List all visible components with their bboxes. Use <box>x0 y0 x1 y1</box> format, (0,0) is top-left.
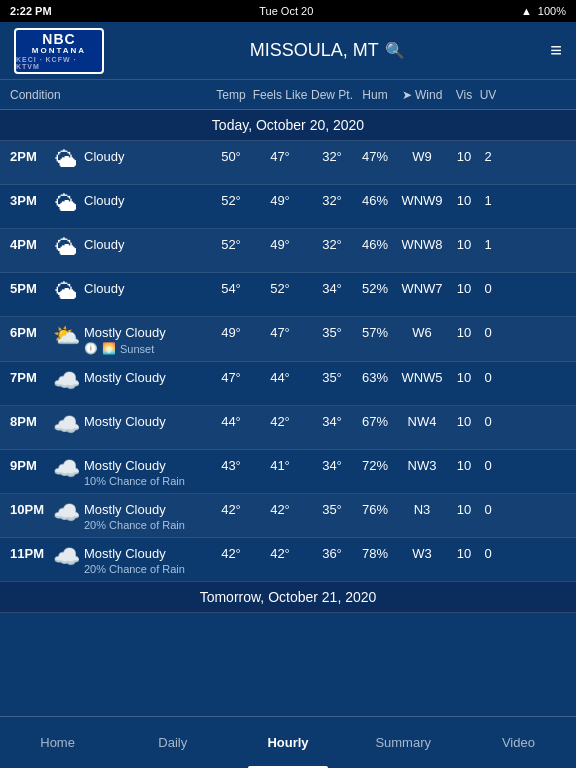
wind-arrow-icon: ➤ <box>402 88 415 102</box>
rain-chance: 20% Chance of Rain <box>84 519 210 531</box>
uv-value: 2 <box>478 147 498 164</box>
bottom-nav: Home Daily Hourly Summary Video <box>0 716 576 768</box>
nav-daily[interactable]: Daily <box>115 717 230 768</box>
condition-label: Mostly Cloudy <box>84 412 210 429</box>
table-row: 8PM ☁️ Mostly Cloudy 44° 42° 34° 67% NW4… <box>0 406 576 450</box>
col-header-wind: ➤ Wind <box>394 88 450 102</box>
feels-like-value: 47° <box>252 323 308 340</box>
condition-wrap: Cloudy <box>84 191 210 208</box>
nav-home[interactable]: Home <box>0 717 115 768</box>
temp-value: 47° <box>210 368 252 385</box>
condition-label: Mostly Cloudy <box>84 456 210 473</box>
temp-value: 44° <box>210 412 252 429</box>
wind-value: WNW5 <box>394 368 450 385</box>
temp-value: 49° <box>210 323 252 340</box>
weather-icon: ☁️ <box>48 368 84 394</box>
row-time: 7PM <box>10 368 48 385</box>
col-header-uv: UV <box>478 88 498 102</box>
weather-icon: ☁️ <box>48 544 84 570</box>
table-row: 7PM ☁️ Mostly Cloudy 47° 44° 35° 63% WNW… <box>0 362 576 406</box>
humidity-value: 46% <box>356 191 394 208</box>
weather-icon: ⛅ <box>48 323 84 349</box>
sunset-info: 🕕 🌅 Sunset <box>84 342 210 355</box>
feels-like-value: 42° <box>252 544 308 561</box>
temp-value: 54° <box>210 279 252 296</box>
status-indicators: ▲ 100% <box>521 5 566 17</box>
sunset-icon: 🌅 <box>102 342 116 355</box>
temp-value: 42° <box>210 500 252 517</box>
dew-point-value: 34° <box>308 412 356 429</box>
content-area: Today, October 20, 2020 2PM 🌥 Cloudy 50°… <box>0 110 576 716</box>
rain-chance: 20% Chance of Rain <box>84 563 210 575</box>
uv-value: 0 <box>478 544 498 561</box>
dew-point-value: 32° <box>308 147 356 164</box>
condition-label: Mostly Cloudy <box>84 368 210 385</box>
condition-wrap: Mostly Cloudy 20% Chance of Rain <box>84 544 210 575</box>
temp-value: 50° <box>210 147 252 164</box>
nav-hourly[interactable]: Hourly <box>230 717 345 768</box>
humidity-value: 57% <box>356 323 394 340</box>
humidity-value: 78% <box>356 544 394 561</box>
weather-icon: ☁️ <box>48 456 84 482</box>
wind-value: N3 <box>394 500 450 517</box>
condition-label: Cloudy <box>84 279 210 296</box>
wind-value: WNW9 <box>394 191 450 208</box>
condition-wrap: Cloudy <box>84 147 210 164</box>
condition-label: Cloudy <box>84 235 210 252</box>
visibility-value: 10 <box>450 500 478 517</box>
uv-value: 0 <box>478 456 498 473</box>
row-time: 4PM <box>10 235 48 252</box>
humidity-value: 63% <box>356 368 394 385</box>
visibility-value: 10 <box>450 456 478 473</box>
visibility-value: 10 <box>450 368 478 385</box>
table-row: 9PM ☁️ Mostly Cloudy 10% Chance of Rain … <box>0 450 576 494</box>
feels-like-value: 52° <box>252 279 308 296</box>
condition-label: Cloudy <box>84 191 210 208</box>
row-time: 9PM <box>10 456 48 473</box>
wind-value: WNW8 <box>394 235 450 252</box>
dew-point-value: 35° <box>308 368 356 385</box>
weather-icon: 🌥 <box>48 279 84 305</box>
logo-montana-text: MONTANA <box>32 46 86 55</box>
weather-icon: 🌥 <box>48 235 84 261</box>
condition-label: Cloudy <box>84 147 210 164</box>
table-row: 4PM 🌥 Cloudy 52° 49° 32° 46% WNW8 10 1 <box>0 229 576 273</box>
condition-wrap: Cloudy <box>84 235 210 252</box>
weather-icon: ☁️ <box>48 500 84 526</box>
col-header-dew: Dew Pt. <box>308 88 356 102</box>
nav-summary[interactable]: Summary <box>346 717 461 768</box>
row-time: 6PM <box>10 323 48 340</box>
search-icon[interactable]: 🔍 <box>385 41 405 60</box>
status-date: Tue Oct 20 <box>259 5 313 17</box>
feels-like-value: 42° <box>252 500 308 517</box>
table-row: 6PM ⛅ Mostly Cloudy 🕕 🌅 Sunset 49° 47° 3… <box>0 317 576 362</box>
temp-value: 42° <box>210 544 252 561</box>
nav-video[interactable]: Video <box>461 717 576 768</box>
condition-wrap: Mostly Cloudy 🕕 🌅 Sunset <box>84 323 210 355</box>
status-time: 2:22 PM <box>10 5 52 17</box>
table-row: 10PM ☁️ Mostly Cloudy 20% Chance of Rain… <box>0 494 576 538</box>
dew-point-value: 35° <box>308 500 356 517</box>
menu-icon[interactable]: ≡ <box>550 39 562 62</box>
weather-icon: 🌥 <box>48 191 84 217</box>
wifi-icon: ▲ <box>521 5 532 17</box>
uv-value: 0 <box>478 412 498 429</box>
humidity-value: 72% <box>356 456 394 473</box>
wind-value: NW4 <box>394 412 450 429</box>
uv-value: 0 <box>478 500 498 517</box>
row-time: 3PM <box>10 191 48 208</box>
humidity-value: 52% <box>356 279 394 296</box>
weather-rows: 2PM 🌥 Cloudy 50° 47° 32° 47% W9 10 2 3PM… <box>0 141 576 582</box>
humidity-value: 67% <box>356 412 394 429</box>
condition-wrap: Mostly Cloudy <box>84 368 210 385</box>
row-time: 10PM <box>10 500 48 517</box>
table-row: 5PM 🌥 Cloudy 54° 52° 34° 52% WNW7 10 0 <box>0 273 576 317</box>
visibility-value: 10 <box>450 412 478 429</box>
feels-like-value: 49° <box>252 235 308 252</box>
row-time: 5PM <box>10 279 48 296</box>
col-header-feels: Feels Like <box>252 88 308 102</box>
uv-value: 0 <box>478 279 498 296</box>
wind-value: WNW7 <box>394 279 450 296</box>
weather-icon: 🌥 <box>48 147 84 173</box>
dew-point-value: 36° <box>308 544 356 561</box>
